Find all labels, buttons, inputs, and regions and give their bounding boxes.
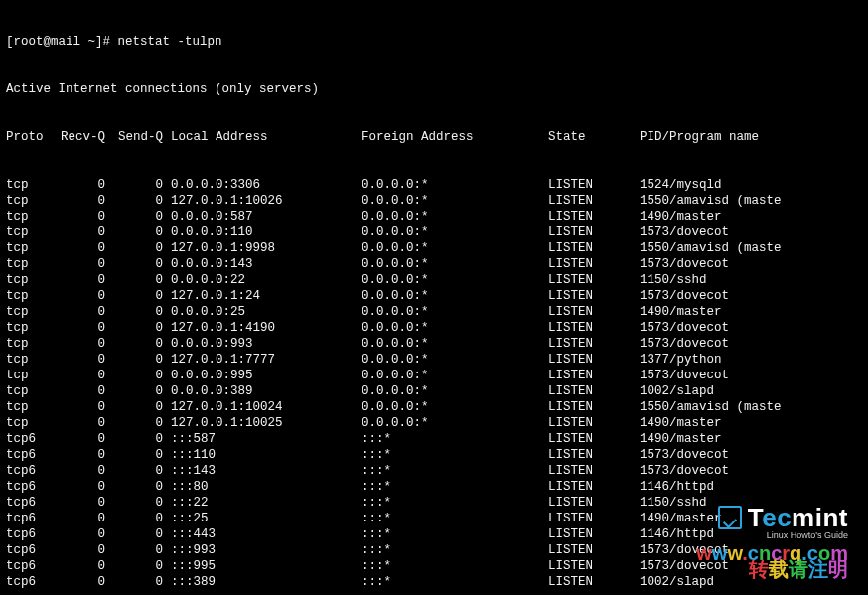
cell-state: LISTEN <box>548 415 640 431</box>
cell-foreign: :::* <box>362 463 548 479</box>
cell-foreign: 0.0.0.0:* <box>362 288 548 304</box>
cell-sendq: 0 <box>105 383 163 399</box>
cell-foreign: 0.0.0.0:* <box>362 304 548 320</box>
cell-sendq: 0 <box>105 368 163 383</box>
netstat-row: tcp00127.0.0.1:240.0.0.0:*LISTEN1573/dov… <box>6 288 862 304</box>
cell-recvq: 0 <box>54 256 105 272</box>
column-headers: ProtoRecv-QSend-QLocal AddressForeign Ad… <box>6 129 862 145</box>
netstat-row: tcp600:::80:::*LISTEN1146/httpd <box>6 479 862 495</box>
cell-proto: tcp6 <box>6 574 54 590</box>
cell-local: 127.0.0.1:10024 <box>163 399 362 415</box>
cell-sendq: 0 <box>105 193 163 209</box>
cell-local: 0.0.0.0:993 <box>163 336 362 352</box>
cell-local: :::80 <box>163 479 362 495</box>
cell-proto: tcp6 <box>6 495 54 511</box>
cell-state: LISTEN <box>548 447 640 463</box>
cell-recvq: 0 <box>54 272 105 288</box>
cell-recvq: 0 <box>54 368 105 383</box>
cell-state: LISTEN <box>548 574 640 590</box>
netstat-row: tcp600:::110:::*LISTEN1573/dovecot <box>6 447 862 463</box>
cell-foreign: 0.0.0.0:* <box>362 177 548 193</box>
cell-local: :::995 <box>163 558 362 574</box>
cell-proto: tcp <box>6 304 54 320</box>
col-pid-header: PID/Program name <box>640 129 759 145</box>
cell-foreign: 0.0.0.0:* <box>362 193 548 209</box>
cell-foreign: :::* <box>362 574 548 590</box>
tecmint-text: Tecmint <box>748 510 848 525</box>
cell-recvq: 0 <box>54 415 105 431</box>
cell-sendq: 0 <box>105 272 163 288</box>
netstat-row: tcp00127.0.0.1:77770.0.0.0:*LISTEN1377/p… <box>6 352 862 368</box>
cell-sendq: 0 <box>105 288 163 304</box>
cell-proto: tcp <box>6 209 54 224</box>
netstat-row: tcp000.0.0.0:33060.0.0.0:*LISTEN1524/mys… <box>6 177 862 193</box>
cell-sendq: 0 <box>105 495 163 511</box>
cell-local: 0.0.0.0:22 <box>163 272 362 288</box>
cell-foreign: 0.0.0.0:* <box>362 399 548 415</box>
cell-local: 127.0.0.1:10025 <box>163 415 362 431</box>
cell-sendq: 0 <box>105 542 163 558</box>
cell-proto: tcp <box>6 368 54 383</box>
cell-state: LISTEN <box>548 320 640 336</box>
cell-recvq: 0 <box>54 447 105 463</box>
cell-recvq: 0 <box>54 463 105 479</box>
cell-foreign: 0.0.0.0:* <box>362 368 548 383</box>
cell-foreign: :::* <box>362 558 548 574</box>
netstat-row: tcp000.0.0.0:3890.0.0.0:*LISTEN1002/slap… <box>6 383 862 399</box>
terminal-window[interactable]: [root@mail ~]# netstat -tulpn Active Int… <box>0 0 868 595</box>
cell-proto: tcp6 <box>6 447 54 463</box>
netstat-row: tcp600:::587:::*LISTEN1490/master <box>6 431 862 447</box>
cell-pid: 1550/amavisd (maste <box>640 193 782 209</box>
col-recvq-header: Recv-Q <box>54 129 105 145</box>
cell-recvq: 0 <box>54 495 105 511</box>
cell-recvq: 0 <box>54 320 105 336</box>
output-header: Active Internet connections (only server… <box>6 81 862 97</box>
cell-local: :::587 <box>163 431 362 447</box>
cell-state: LISTEN <box>548 495 640 511</box>
cell-local: 127.0.0.1:7777 <box>163 352 362 368</box>
cell-foreign: 0.0.0.0:* <box>362 209 548 224</box>
netstat-row: tcp00127.0.0.1:100260.0.0.0:*LISTEN1550/… <box>6 193 862 209</box>
cell-foreign: 0.0.0.0:* <box>362 224 548 240</box>
cell-recvq: 0 <box>54 526 105 542</box>
cell-proto: tcp <box>6 320 54 336</box>
cell-foreign: :::* <box>362 479 548 495</box>
cell-pid: 1550/amavisd (maste <box>640 399 782 415</box>
cell-local: 0.0.0.0:143 <box>163 256 362 272</box>
col-foreign-header: Foreign Address <box>362 129 548 145</box>
cell-foreign: 0.0.0.0:* <box>362 240 548 256</box>
cell-recvq: 0 <box>54 431 105 447</box>
cell-foreign: 0.0.0.0:* <box>362 256 548 272</box>
cell-proto: tcp <box>6 224 54 240</box>
cell-recvq: 0 <box>54 542 105 558</box>
cell-foreign: 0.0.0.0:* <box>362 352 548 368</box>
cell-local: 0.0.0.0:110 <box>163 224 362 240</box>
cell-sendq: 0 <box>105 240 163 256</box>
netstat-row: tcp00127.0.0.1:99980.0.0.0:*LISTEN1550/a… <box>6 240 862 256</box>
cell-foreign: 0.0.0.0:* <box>362 336 548 352</box>
cell-state: LISTEN <box>548 542 640 558</box>
cell-proto: tcp <box>6 383 54 399</box>
cell-recvq: 0 <box>54 304 105 320</box>
netstat-row: tcp000.0.0.0:250.0.0.0:*LISTEN1490/maste… <box>6 304 862 320</box>
cell-foreign: 0.0.0.0:* <box>362 320 548 336</box>
cell-state: LISTEN <box>548 352 640 368</box>
cell-recvq: 0 <box>54 511 105 526</box>
prompt-line-1: [root@mail ~]# netstat -tulpn <box>6 34 862 50</box>
cell-proto: tcp <box>6 415 54 431</box>
cell-sendq: 0 <box>105 177 163 193</box>
cell-recvq: 0 <box>54 383 105 399</box>
col-proto-header: Proto <box>6 129 54 145</box>
tecmint-check-icon <box>718 506 742 529</box>
cell-recvq: 0 <box>54 209 105 224</box>
cell-foreign: :::* <box>362 495 548 511</box>
cell-pid: 1002/slapd <box>640 383 714 399</box>
netstat-row: tcp000.0.0.0:220.0.0.0:*LISTEN1150/sshd <box>6 272 862 288</box>
cell-pid: 1490/master <box>640 304 722 320</box>
command-text: netstat -tulpn <box>118 35 222 49</box>
cell-state: LISTEN <box>548 224 640 240</box>
cell-sendq: 0 <box>105 256 163 272</box>
cell-sendq: 0 <box>105 526 163 542</box>
col-local-header: Local Address <box>163 129 362 145</box>
cell-recvq: 0 <box>54 193 105 209</box>
